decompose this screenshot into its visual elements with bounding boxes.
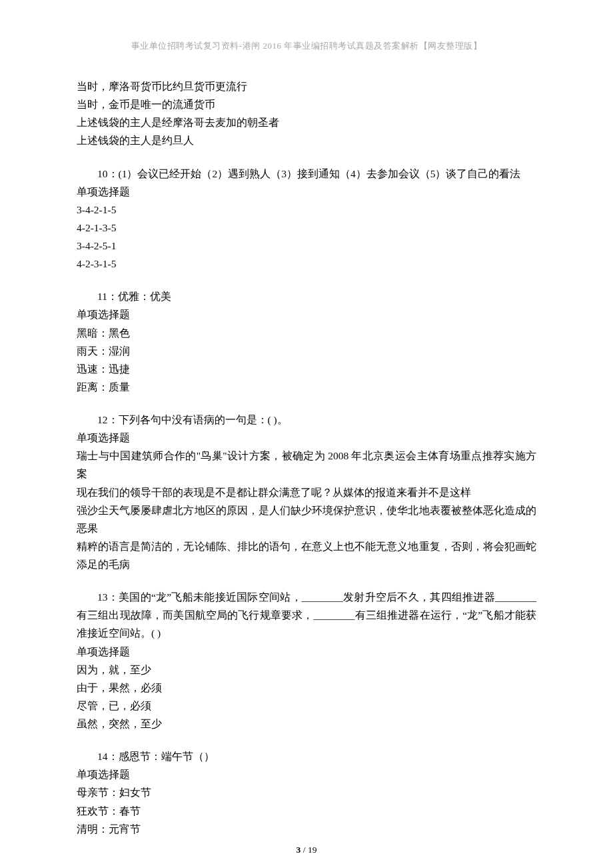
q10-option: 3-4-2-5-1 [77, 237, 536, 255]
q9-option: 上述钱袋的主人是经摩洛哥去麦加的朝圣者 [77, 113, 536, 131]
q13-option: 由于，果然，必须 [77, 679, 536, 697]
q10-option: 4-2-1-3-5 [77, 219, 536, 237]
q11-option: 雨天：湿润 [77, 342, 536, 360]
q12-text: 12：下列各句中没有语病的一句是：( )。 [77, 411, 536, 429]
q12-type: 单项选择题 [77, 429, 536, 447]
question-10: 10：(1）会议已经开始（2）遇到熟人（3）接到通知（4）去参加会议（5）谈了自… [77, 165, 536, 273]
q14-text: 14：感恩节：端午节（） [77, 747, 536, 765]
q13-type: 单项选择题 [77, 643, 536, 661]
q10-option: 4-2-3-1-5 [77, 255, 536, 273]
question-13: 13：美国的“龙”飞船未能接近国际空间站，________发射升空后不久，其四组… [77, 588, 536, 733]
q13-option: 虽然，突然，至少 [77, 715, 536, 733]
q13-option: 因为，就，至少 [77, 661, 536, 679]
q9-option: 当时，摩洛哥货币比约旦货币更流行 [77, 77, 536, 95]
q11-option: 迅速：迅捷 [77, 360, 536, 378]
q10-option: 3-4-2-1-5 [77, 201, 536, 219]
page-total: 19 [308, 845, 317, 855]
question-11: 11：优雅：优美 单项选择题 黑暗：黑色 雨天：湿润 迅速：迅捷 距离：质量 [77, 287, 536, 396]
q11-text: 11：优雅：优美 [77, 287, 536, 305]
page-footer: 3 / 19 [0, 845, 613, 855]
q12-option: 强沙尘天气屡屡肆虐北方地区的原因，是人们缺少环境保护意识，使华北地表覆被整体恶化… [77, 501, 536, 537]
q13-text: 13：美国的“龙”飞船未能接近国际空间站，________发射升空后不久，其四组… [77, 588, 536, 642]
document-content: 当时，摩洛哥货币比约旦货币更流行 当时，金币是唯一的流通货币 上述钱袋的主人是经… [77, 77, 536, 838]
page-sep: / [301, 845, 308, 855]
q14-type: 单项选择题 [77, 765, 536, 783]
q12-option: 现在我们的领导干部的表现是不是都让群众满意了呢？从媒体的报道来看并不是这样 [77, 483, 536, 501]
q13-option: 尽管，已，必须 [77, 697, 536, 715]
question-9-remainder: 当时，摩洛哥货币比约旦货币更流行 当时，金币是唯一的流通货币 上述钱袋的主人是经… [77, 77, 536, 150]
q11-option: 黑暗：黑色 [77, 324, 536, 342]
question-12: 12：下列各句中没有语病的一句是：( )。 单项选择题 瑞士与中国建筑师合作的"… [77, 411, 536, 573]
q9-option: 当时，金币是唯一的流通货币 [77, 95, 536, 113]
q14-option: 清明：元宵节 [77, 820, 536, 838]
q10-type: 单项选择题 [77, 183, 536, 201]
q12-option: 精粹的语言是简洁的，无论铺陈、排比的语句，在意义上也不能无意义地重复，否则，将会… [77, 537, 536, 573]
q11-option: 距离：质量 [77, 378, 536, 396]
page-header: 事业单位招聘考试复习资料-港闸 2016 年事业编招聘考试真题及答案解析【网友整… [77, 40, 536, 52]
q9-option: 上述钱袋的主人是约旦人 [77, 131, 536, 149]
q11-type: 单项选择题 [77, 305, 536, 323]
q12-option: 瑞士与中国建筑师合作的"鸟巢"设计方案，被确定为 2008 年北京奥运会主体育场… [77, 447, 536, 483]
q14-option: 母亲节：妇女节 [77, 783, 536, 801]
question-14: 14：感恩节：端午节（） 单项选择题 母亲节：妇女节 狂欢节：春节 清明：元宵节 [77, 747, 536, 838]
q14-option: 狂欢节：春节 [77, 802, 536, 820]
q10-text: 10：(1）会议已经开始（2）遇到熟人（3）接到通知（4）去参加会议（5）谈了自… [77, 165, 536, 183]
page-container: 事业单位招聘考试复习资料-港闸 2016 年事业编招聘考试真题及答案解析【网友整… [0, 0, 613, 868]
